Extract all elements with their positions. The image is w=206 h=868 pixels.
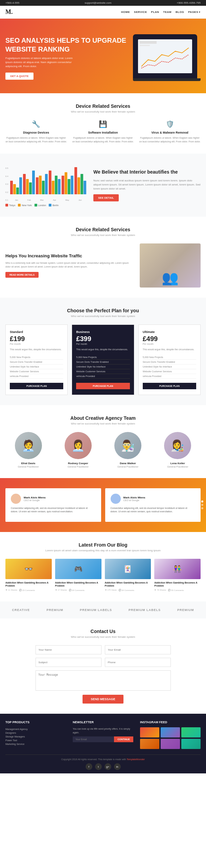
footer-col-products: Top Products Management Agency Designers… — [5, 721, 66, 749]
service-card-2: 💾 Software Installation Fugiatipsum dolo… — [72, 120, 134, 143]
plan-name-standard: Standard — [10, 330, 63, 334]
contact-name-input[interactable] — [36, 645, 101, 654]
testimonial-name-2: Mark Alois Miens — [123, 496, 145, 499]
chart-cta-button[interactable]: SEE DETAIL — [93, 194, 119, 201]
main-nav: HOME SERVICE PLAN TEAM BLOG PAGES — [121, 11, 201, 14]
services-sub: Who we've successfully tool work their f… — [5, 110, 201, 113]
services-section: Device Related Services Who we've succes… — [0, 93, 206, 154]
contact-send-button[interactable]: SEND MESSAGE — [83, 695, 123, 704]
nav-team[interactable]: TEAM — [163, 11, 171, 14]
footer-product-3[interactable]: Storage Managers — [5, 735, 66, 738]
member-role-3: General Practitioner — [105, 466, 151, 468]
instagram-thumb-3[interactable] — [181, 727, 201, 737]
y-axis: 0.50.40.30.20.1 — [5, 167, 9, 201]
avatar-3: 👨‍🔬 — [114, 432, 141, 459]
testimonial-dot-1[interactable] — [201, 500, 203, 502]
social-facebook[interactable]: f — [86, 763, 92, 770]
hero-description: Fugiatipsum dolores ut labore aliquam do… — [5, 56, 80, 68]
footer-product-2[interactable]: Designers — [5, 731, 66, 735]
purchase-button-standard[interactable]: PURCHASE PLAN — [10, 383, 63, 389]
pricing-title: Choose the Perfect Plan for you — [5, 308, 201, 313]
instagram-thumb-1[interactable] — [140, 727, 159, 737]
member-name-4: Lena Keller — [155, 462, 201, 465]
footer-product-1[interactable]: Management Agency — [5, 727, 66, 731]
traffic-image: 👥 — [140, 243, 201, 288]
nav-home[interactable]: HOME — [121, 11, 130, 14]
testimonial-avatar-1 — [11, 494, 21, 504]
instagram-thumb-6[interactable] — [181, 739, 201, 749]
people-illustration: 👥 — [140, 243, 201, 288]
plan-price-business: £399 — [76, 335, 130, 343]
instagram-thumb-5[interactable] — [161, 739, 180, 749]
testimonial-section: Mark Alois Miens CEO at Google Consectet… — [0, 478, 206, 532]
blog-sub: Lorem ipsum sit amet ulam consequating t… — [5, 549, 201, 552]
service-desc-2: Fugiatipsum dolores ut labore. When Eagl… — [72, 136, 134, 143]
nav-plan[interactable]: PLAN — [151, 11, 159, 14]
contact-subject-input[interactable] — [36, 658, 101, 667]
social-googleplus[interactable]: g+ — [105, 763, 111, 770]
contact-email-input[interactable] — [105, 645, 171, 654]
copyright-text: Copyright 2016 All rights reserved. This… — [61, 758, 126, 761]
blog-image-4: 👫 — [154, 559, 201, 579]
team-member-2: 👩‍💼 Rodney Cooper General Practitioner — [55, 432, 101, 468]
footer-products-title: Top Products — [5, 721, 66, 724]
member-name-1: Efrat Davis — [5, 462, 51, 465]
social-linkedin[interactable]: in — [114, 763, 121, 770]
footer-product-5[interactable]: Marketing Service — [5, 742, 66, 746]
plan-price-ultimate: £499 — [143, 335, 196, 343]
svg-rect-1 — [140, 41, 157, 44]
hero-text: SEO ANALYSIS HELPS TO UPGRADE WEBSITE RA… — [5, 36, 133, 80]
plan-desc-business: This would argue this, despite the circu… — [76, 348, 130, 352]
laptop-screen — [138, 39, 192, 73]
footer-product-4[interactable]: Power Tool — [5, 738, 66, 742]
contact-phone-input[interactable] — [105, 658, 171, 667]
copyright-link[interactable]: TemplateMonster — [127, 758, 145, 761]
chart-legend: Tokyo New York London Berlin — [5, 204, 87, 206]
blog-meta-3: 175 Views 34 Comments — [105, 589, 151, 591]
team-grid: 🧑‍💼 Efrat Davis General Practitioner 👩‍💼… — [5, 432, 201, 468]
purchase-button-ultimate[interactable]: PURCHASE PLAN — [143, 383, 196, 389]
testimonial-dot-3[interactable] — [201, 507, 203, 509]
legend-london: London — [35, 204, 46, 206]
pricing-card-business: Business £399 Per month This would argue… — [72, 324, 134, 395]
service-desc-1: Fugiatipsum dolores ut labore. When Eagl… — [5, 136, 67, 143]
contact-form — [36, 645, 171, 691]
instagram-thumb-2[interactable] — [161, 727, 180, 737]
top-phone2: +900-555-4356-795 — [177, 1, 201, 4]
contact-section: Contact Us Who we've successfully tool w… — [0, 618, 206, 714]
nav-blog[interactable]: BLOG — [176, 11, 184, 14]
traffic-cta-button[interactable]: READ MORE DETAILS — [5, 272, 39, 278]
blog-title-2: Addiction When Gambling Becomes A Proble… — [55, 581, 101, 588]
pricing-sub: Who we've successfully tool work their f… — [5, 315, 201, 318]
nav-pages[interactable]: PAGES — [188, 11, 201, 14]
legend-tokyo: Tokyo — [5, 204, 15, 206]
blog-post-1: 👓 Addiction When Gambling Becomes A Prob… — [5, 559, 52, 592]
plan-desc-standard: This would argue this, despite the circu… — [10, 348, 63, 352]
newsletter-email-input[interactable] — [73, 736, 114, 742]
social-twitter[interactable]: t — [95, 763, 102, 770]
nav-service[interactable]: SERVICE — [134, 11, 147, 14]
services-grid: 🔧 Diagnose Devices Fugiatipsum dolores u… — [5, 120, 201, 143]
testimonial-dot-2[interactable] — [201, 504, 203, 506]
blog-post-4: 👫 Addiction When Gambling Becomes A Prob… — [154, 559, 201, 592]
chart-title: We Believe that Interior beautifies the — [93, 169, 201, 176]
plan-features-standard: 5,000 New Projects Secure Doris Transfer… — [10, 355, 63, 379]
avatar-4: 👩‍🎨 — [164, 432, 191, 459]
purchase-button-business[interactable]: PURCHASE PLAN — [76, 383, 130, 389]
contact-message-input[interactable] — [36, 670, 171, 691]
pricing-section: Choose the Perfect Plan for you Who we'v… — [0, 298, 206, 405]
logo[interactable]: M. — [5, 8, 13, 16]
team-member-3: 👨‍🔬 Dana Walker General Practitioner — [105, 432, 151, 468]
newsletter-submit-button[interactable]: CONTINUE — [114, 736, 133, 742]
partner-4: PREMIUM LABELS — [129, 608, 161, 612]
svg-rect-0 — [138, 39, 192, 73]
blog-post-3: 🃏 Addiction When Gambling Becomes A Prob… — [105, 559, 151, 592]
instagram-thumb-4[interactable] — [140, 739, 159, 749]
laptop-base — [133, 78, 201, 81]
partner-5: PREMIUM — [177, 608, 194, 612]
team-member-1: 🧑‍💼 Efrat Davis General Practitioner — [5, 432, 51, 468]
pricing-card-ultimate: Ultimate £499 Per month This would argue… — [138, 324, 201, 395]
cta-button[interactable]: GET A QUOTE — [5, 73, 33, 80]
member-role-4: General Practitioner — [155, 466, 201, 468]
pricing-card-standard: Standard £199 Per month This would argue… — [5, 324, 68, 395]
